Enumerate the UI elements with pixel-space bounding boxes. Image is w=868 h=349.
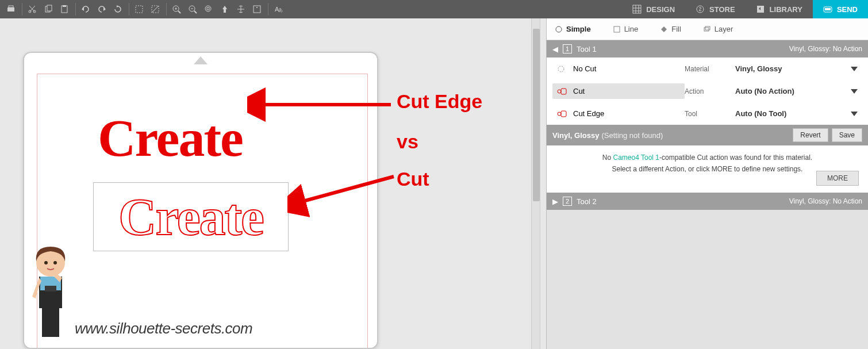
tab-design[interactable]: DESIGN	[622, 0, 685, 18]
action-label: Action	[685, 87, 731, 95]
toolbar-divider	[129, 3, 129, 16]
tab-design-label: DESIGN	[646, 5, 675, 14]
paste-icon[interactable]	[57, 2, 72, 17]
tool-value: Auto (No Tool)	[735, 109, 786, 118]
text-style-icon[interactable]: Aあ	[271, 2, 286, 17]
send-sub-tabs: Simple Line Fill Layer	[547, 18, 868, 40]
settings-name: Vinyl, Glossy	[552, 131, 599, 140]
svg-rect-52	[42, 308, 59, 337]
toolbar-divider	[268, 3, 268, 16]
annotation-cut-edge: Cut Edge	[397, 90, 482, 113]
design-text-cut-edge[interactable]: Create	[98, 108, 243, 168]
tool-dropdown[interactable]: Auto (No Tool)	[731, 106, 862, 121]
tab-library[interactable]: LIBRARY	[746, 0, 813, 18]
cutting-mat[interactable]: Create Create	[23, 52, 378, 349]
svg-rect-32	[633, 5, 641, 13]
zoom-in-icon[interactable]	[169, 2, 184, 17]
svg-rect-60	[561, 111, 566, 117]
tab-send[interactable]: SEND	[813, 0, 868, 18]
message-suffix: -compatible Cut action was found for thi…	[659, 154, 812, 162]
design-page[interactable]: Create Create	[37, 74, 368, 349]
svg-rect-13	[136, 6, 143, 13]
svg-point-57	[558, 66, 564, 72]
tool-label: Tool	[685, 110, 731, 118]
svg-point-53	[556, 26, 562, 32]
tool1-status: Vinyl, Glossy: No Action	[789, 45, 862, 53]
deselect-icon[interactable]	[148, 2, 163, 17]
action-value: Auto (No Action)	[735, 87, 794, 95]
svg-rect-9	[63, 5, 66, 7]
design-text-cut[interactable]: Create	[118, 186, 263, 247]
svg-point-61	[558, 112, 561, 116]
annotation-vs: vs	[397, 131, 418, 153]
svg-rect-41	[825, 8, 831, 10]
option-cut-edge-label: Cut Edge	[573, 109, 604, 118]
design-text-selection-box[interactable]: Create	[93, 182, 289, 251]
sub-tab-layer-label: Layer	[715, 25, 733, 33]
more-button[interactable]: MORE	[816, 171, 859, 186]
cut-icon[interactable]	[25, 2, 40, 17]
collapse-left-icon: ◀	[552, 45, 558, 53]
tool2-header[interactable]: ▶ 2 Tool 2 Vinyl, Glossy: No Action	[547, 193, 868, 210]
message-line1: No Cameo4 Tool 1-compatible Cut action w…	[560, 154, 854, 162]
undo-icon[interactable]	[78, 2, 93, 17]
svg-line-15	[152, 6, 159, 13]
sub-tab-line-label: Line	[624, 25, 639, 33]
message-prefix: No	[602, 154, 613, 162]
revert-button[interactable]: Revert	[793, 128, 828, 142]
svg-rect-55	[704, 28, 709, 31]
material-dropdown[interactable]: Vinyl, Glossy	[731, 61, 862, 76]
copy-icon[interactable]	[41, 2, 56, 17]
tab-library-label: LIBRARY	[770, 5, 802, 14]
fit-page-icon[interactable]	[249, 2, 264, 17]
pan-icon[interactable]	[233, 2, 248, 17]
sub-tab-layer[interactable]: Layer	[701, 20, 736, 38]
message-line2: Select a different Action, or click MORE…	[560, 165, 854, 173]
action-dropdown[interactable]: Auto (No Action)	[731, 83, 862, 99]
message-link[interactable]: Cameo4 Tool 1	[613, 154, 660, 162]
redo-icon[interactable]	[94, 2, 109, 17]
zoom-fit-icon[interactable]	[217, 2, 232, 17]
sub-tab-fill[interactable]: Fill	[658, 20, 683, 38]
tool1-header[interactable]: ◀ 1 Tool 1 Vinyl, Glossy: No Action	[547, 40, 868, 57]
zoom-out-icon[interactable]	[185, 2, 200, 17]
tab-store-label: STORE	[709, 5, 735, 14]
tool2-status: Vinyl, Glossy: No Action	[789, 197, 862, 205]
annotation-cut: Cut	[397, 168, 429, 190]
material-value: Vinyl, Glossy	[735, 64, 782, 73]
option-no-cut[interactable]: No Cut	[552, 61, 685, 76]
sub-tab-simple[interactable]: Simple	[552, 20, 593, 38]
tool2-badge: 2	[563, 197, 572, 206]
option-no-cut-label: No Cut	[573, 64, 596, 73]
save-button[interactable]: Save	[832, 128, 862, 142]
svg-marker-25	[222, 6, 227, 9]
tab-store[interactable]: STORE	[685, 0, 746, 18]
svg-rect-54	[614, 26, 620, 32]
svg-rect-51	[45, 286, 56, 292]
option-cut[interactable]: Cut	[552, 83, 685, 99]
svg-rect-27	[254, 6, 260, 13]
chevron-down-icon	[851, 112, 858, 116]
svg-rect-58	[561, 89, 566, 94]
main-tabs: DESIGN STORE LIBRARY SEND	[622, 0, 868, 18]
svg-marker-12	[117, 5, 118, 7]
toolbar-divider	[166, 3, 167, 16]
svg-line-21	[194, 11, 197, 13]
select-all-icon[interactable]	[132, 2, 147, 17]
message-box: No Cameo4 Tool 1-compatible Cut action w…	[547, 145, 868, 193]
svg-point-47	[44, 261, 48, 264]
refresh-icon[interactable]	[110, 2, 125, 17]
tab-send-label: SEND	[837, 5, 858, 14]
vertical-scrollbar[interactable]	[531, 18, 540, 349]
print-icon[interactable]	[3, 2, 18, 17]
svg-rect-56	[705, 26, 710, 30]
settings-note: (Setting not found)	[601, 131, 663, 140]
svg-point-23	[205, 6, 211, 11]
scrollbar-thumb[interactable]	[533, 29, 540, 201]
sub-tab-line[interactable]: Line	[610, 20, 641, 38]
option-cut-edge[interactable]: Cut Edge	[552, 106, 685, 121]
zoom-selection-icon[interactable]	[201, 2, 216, 17]
toolbar-divider	[22, 3, 22, 16]
svg-rect-24	[207, 7, 209, 10]
settings-bar: Vinyl, Glossy (Setting not found) Revert…	[547, 125, 868, 145]
